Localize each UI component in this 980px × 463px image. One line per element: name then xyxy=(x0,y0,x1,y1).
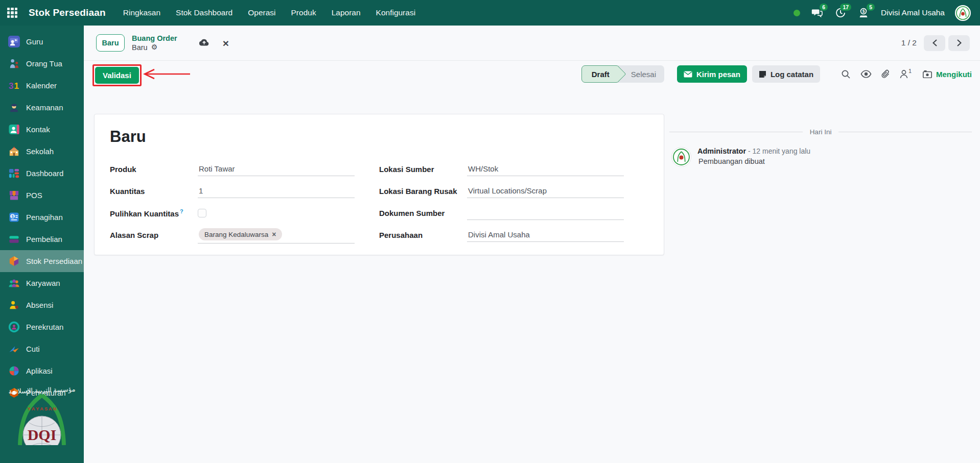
menu-produk[interactable]: Produk xyxy=(291,8,316,17)
sidebar-item-pembelian[interactable]: Pembelian xyxy=(0,228,84,250)
produk-input[interactable]: Roti Tawar xyxy=(198,163,355,176)
log-note-button[interactable]: Log catatan xyxy=(752,65,820,83)
pager-previous-button[interactable] xyxy=(924,35,945,51)
lokasi-barang-rusak-input[interactable]: Virtual Locations/Scrap xyxy=(467,185,624,198)
dokumen-sumber-input[interactable] xyxy=(467,207,624,220)
envelope-icon xyxy=(684,71,692,78)
sidebar-item-perekrutan[interactable]: Perekrutan xyxy=(0,316,84,338)
field-kuantitas: Kuantitas 1 xyxy=(110,180,355,202)
search-message-icon[interactable] xyxy=(841,69,851,79)
sidebar-item-stok-persediaan[interactable]: Stok Persediaan xyxy=(0,250,84,272)
purchase-icon xyxy=(8,233,20,245)
save-cloud-icon[interactable] xyxy=(199,38,209,48)
sidebar-item-keamanan[interactable]: Keamanan xyxy=(0,96,84,118)
status-selesai[interactable]: Selesai xyxy=(620,65,664,83)
sidebar-item-kalender[interactable]: 31 Kalender xyxy=(0,75,84,96)
field-dokumen-sumber: Dokumen Sumber xyxy=(379,202,624,224)
top-menu: Ringkasan Stok Dashboard Operasi Produk … xyxy=(123,8,415,17)
new-record-button[interactable]: Baru xyxy=(96,34,125,52)
message-body: Pembuangan dibuat xyxy=(697,157,810,165)
follow-icon xyxy=(923,70,932,78)
follow-toggle[interactable]: Mengikuti xyxy=(923,70,972,79)
sidebar-item-dashboard[interactable]: Dashboard xyxy=(0,162,84,184)
field-pulihkan-kuantitas: Pulihkan Kuantitas? xyxy=(110,202,355,224)
odoo-app: Stok Persediaan Ringkasan Stok Dashboard… xyxy=(0,0,980,463)
eye-icon[interactable] xyxy=(860,70,872,78)
school-icon xyxy=(8,145,20,157)
messages-icon[interactable]: 6 xyxy=(810,6,824,19)
current-app-name[interactable]: Stok Persediaan xyxy=(29,7,106,18)
breadcrumb-bar: Baru Buang Order Baru ⚙ × 1 / 2 xyxy=(84,26,980,61)
apps-icon xyxy=(8,365,20,377)
sidebar-item-penagihan[interactable]: $ Penagihan xyxy=(0,206,84,228)
note-icon xyxy=(759,70,766,78)
lokasi-sumber-input[interactable]: WH/Stok xyxy=(467,163,624,176)
sidebar-item-kontak[interactable]: Kontak xyxy=(0,118,84,140)
teacher-icon xyxy=(8,36,20,47)
menu-konfigurasi[interactable]: Konfigurasi xyxy=(376,8,416,17)
validate-button[interactable]: Validasi xyxy=(95,67,139,84)
calendar-icon: 31 xyxy=(8,80,20,91)
perusahaan-input[interactable]: Divisi Amal Usaha xyxy=(467,229,624,242)
kuantitas-input[interactable]: 1 xyxy=(198,185,355,198)
gear-icon[interactable]: ⚙ xyxy=(151,43,158,52)
breadcrumb: Buang Order Baru ⚙ xyxy=(132,34,177,52)
user-avatar[interactable] xyxy=(955,5,971,21)
parents-icon xyxy=(8,58,20,69)
scrap-reason-tag: Barang Kedaluwarsa × xyxy=(199,228,282,240)
sidebar-item-karyawan[interactable]: Karyawan xyxy=(0,272,84,294)
apps-grid-icon[interactable] xyxy=(7,8,17,18)
employees-icon xyxy=(8,277,20,289)
pager-next-button[interactable] xyxy=(948,35,970,51)
timeoff-icon xyxy=(8,343,20,355)
menu-ringkasan[interactable]: Ringkasan xyxy=(123,8,160,17)
field-alasan-scrap: Alasan Scrap Barang Kedaluwarsa × xyxy=(110,224,355,246)
menu-stok-dashboard[interactable]: Stok Dashboard xyxy=(176,8,232,17)
presence-dot xyxy=(794,10,800,16)
svg-text:1: 1 xyxy=(14,81,19,91)
breadcrumb-parent-link[interactable]: Buang Order xyxy=(132,34,177,43)
chatter-message[interactable]: Administrator - 12 menit yang lalu Pembu… xyxy=(669,147,972,167)
sidebar-item-absensi[interactable]: Absensi xyxy=(0,294,84,316)
svg-text:$: $ xyxy=(862,9,865,14)
field-lokasi-sumber: Lokasi Sumber WH/Stok xyxy=(379,158,624,180)
sidebar-item-aplikasi[interactable]: Aplikasi xyxy=(0,360,84,382)
sidebar-item-pos[interactable]: POS xyxy=(0,184,84,206)
help-icon[interactable]: ? xyxy=(180,208,183,214)
logo-dqi-text: DQI xyxy=(28,426,57,443)
annotation-arrow xyxy=(141,68,192,80)
svg-text:$: $ xyxy=(11,214,14,219)
record-title: Baru xyxy=(110,128,648,146)
security-icon xyxy=(8,102,20,113)
pos-icon xyxy=(8,189,20,201)
activities-icon[interactable]: 17 xyxy=(834,6,847,19)
sidebar-item-orang-tua[interactable]: Orang Tua xyxy=(0,53,84,75)
svg-text:3: 3 xyxy=(9,81,14,91)
pager-count: 1 / 2 xyxy=(901,38,917,47)
sidebar-item-cuti[interactable]: Cuti xyxy=(0,338,84,360)
company-name[interactable]: Divisi Amal Usaha xyxy=(881,8,945,17)
status-draft[interactable]: Draft xyxy=(581,65,620,83)
top-bar: Stok Persediaan Ringkasan Stok Dashboard… xyxy=(0,0,980,26)
message-time: - 12 menit yang lalu xyxy=(748,147,810,155)
action-bar: Validasi Draft Selesai Kirim pesan Log c… xyxy=(84,61,980,87)
alasan-scrap-input[interactable]: Barang Kedaluwarsa × xyxy=(198,227,355,243)
requests-icon[interactable]: $ 5 xyxy=(857,6,871,19)
followers-icon[interactable]: 1 xyxy=(900,69,912,79)
discard-close-icon[interactable]: × xyxy=(223,38,229,48)
sidebar-item-guru[interactable]: Guru xyxy=(0,31,84,53)
menu-laporan[interactable]: Laporan xyxy=(332,8,361,17)
field-produk: Produk Roti Tawar xyxy=(110,158,355,180)
attachment-icon[interactable] xyxy=(881,69,890,79)
validate-highlight-frame: Validasi xyxy=(92,64,142,86)
sidebar-item-sekolah[interactable]: Sekolah xyxy=(0,140,84,162)
followers-count: 1 xyxy=(908,68,912,74)
pulihkan-kuantitas-checkbox[interactable] xyxy=(198,209,206,217)
activities-badge: 17 xyxy=(840,4,851,11)
send-message-button[interactable]: Kirim pesan xyxy=(677,65,747,83)
record-pager: 1 / 2 xyxy=(901,35,970,51)
dashboard-icon xyxy=(8,167,20,179)
menu-operasi[interactable]: Operasi xyxy=(248,8,275,17)
tag-remove-icon[interactable]: × xyxy=(272,230,276,238)
message-avatar xyxy=(671,147,691,167)
